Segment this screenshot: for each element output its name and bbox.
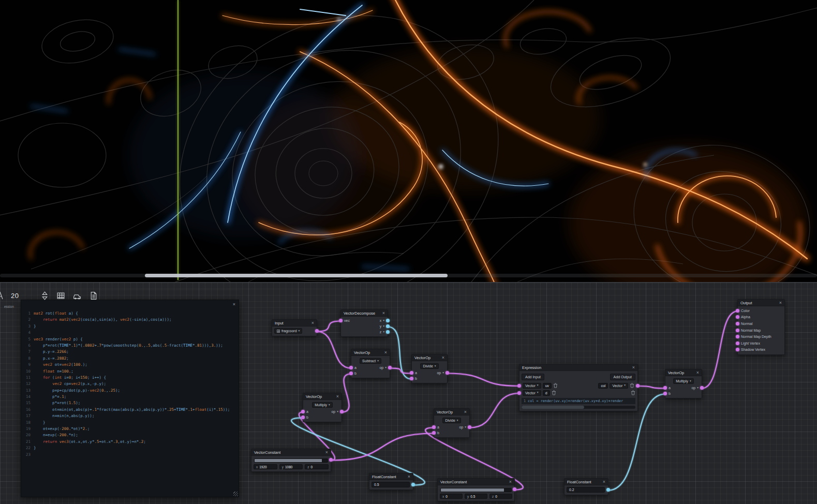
io-name-field[interactable]: d <box>543 390 550 396</box>
uv-pin[interactable] <box>517 384 521 388</box>
out-pin[interactable] <box>329 458 333 462</box>
close-icon[interactable]: × <box>779 300 782 305</box>
component-field[interactable]: z0 <box>305 464 329 469</box>
add-input-button[interactable]: Add Input <box>522 374 544 380</box>
out-pin[interactable] <box>513 487 516 491</box>
x-pin[interactable] <box>386 319 390 322</box>
out-pin[interactable] <box>606 488 610 492</box>
value-slider[interactable] <box>440 488 512 492</box>
alpha-pin[interactable] <box>736 315 739 319</box>
value-field[interactable]: 0.5 <box>372 482 410 487</box>
expr-node[interactable]: Expression×Add InputAdd OutputVector▾uvc… <box>519 364 638 411</box>
value-field[interactable]: 0.2 <box>567 487 605 493</box>
normal-pin[interactable] <box>736 322 739 325</box>
add-output-button[interactable]: Add Output <box>610 374 635 380</box>
shadow-vertex-pin[interactable] <box>736 348 739 351</box>
close-icon[interactable]: × <box>603 479 605 484</box>
grid-icon[interactable] <box>56 291 65 300</box>
output-node[interactable]: Output×ColorAlphaNormalNormal MapNormal … <box>737 299 785 355</box>
normal-map-depth-pin[interactable] <box>736 335 739 338</box>
op-select[interactable]: Multiply▾ <box>312 402 333 408</box>
a-pin[interactable] <box>301 410 305 413</box>
component-field[interactable]: y1080 <box>279 464 303 469</box>
io-type-select[interactable]: Vector▾ <box>523 383 541 389</box>
decompose-node[interactable]: VectorDecompose×vecx▾y▾z▾ <box>340 309 388 337</box>
fc2-node[interactable]: FloatConstant×0.2 <box>564 478 608 495</box>
b-pin[interactable] <box>301 416 305 419</box>
scrollbar-thumb[interactable] <box>522 406 584 409</box>
op-select[interactable]: Subtract▾ <box>360 358 381 364</box>
trash-icon[interactable] <box>552 390 556 395</box>
op-pin[interactable] <box>388 366 392 369</box>
col-pin[interactable] <box>636 384 640 388</box>
out-pin[interactable] <box>315 329 319 333</box>
component-field[interactable]: y0.5 <box>465 494 487 499</box>
op-pin[interactable] <box>468 425 471 429</box>
close-icon[interactable]: × <box>464 409 467 414</box>
close-icon[interactable]: × <box>442 355 444 360</box>
op-pin[interactable] <box>445 371 449 375</box>
input-source-dropdown[interactable]: fragcoord▾ <box>274 328 302 334</box>
a-pin[interactable] <box>432 425 436 429</box>
component-field[interactable]: x1920 <box>254 464 277 469</box>
a-pin[interactable] <box>663 386 667 390</box>
z-pin[interactable] <box>386 330 390 334</box>
b-pin[interactable] <box>432 431 436 435</box>
io-name-field[interactable]: col <box>598 383 608 389</box>
trash-icon[interactable] <box>553 383 558 388</box>
vehicle-icon[interactable] <box>72 291 82 300</box>
trash-icon[interactable] <box>631 390 635 395</box>
mul2-node[interactable]: VectorOp×Multiply▾aop▾b <box>665 369 702 398</box>
io-type-select[interactable]: Vector▾ <box>523 390 541 396</box>
close-icon[interactable]: × <box>632 365 635 370</box>
vec-pin[interactable] <box>339 319 343 322</box>
op-pin[interactable] <box>340 410 344 413</box>
op-select[interactable]: Multiply▾ <box>673 378 694 384</box>
close-icon[interactable]: × <box>696 370 699 375</box>
d-pin[interactable] <box>517 391 521 395</box>
b-pin[interactable] <box>349 372 353 375</box>
div2-node[interactable]: VectorOp×Divide▾aop▾b <box>434 408 470 438</box>
b-pin[interactable] <box>410 377 413 380</box>
out-pin[interactable] <box>411 483 415 486</box>
close-icon[interactable]: × <box>311 320 314 325</box>
sub-node[interactable]: VectorOp×Subtract▾aop▾b <box>351 349 390 378</box>
component-field[interactable]: x0 <box>440 494 463 499</box>
op-select[interactable]: Divide▾ <box>442 418 461 423</box>
vc1-node[interactable]: VectorConstant×x1920y1080z0 <box>251 449 331 472</box>
sort-icon[interactable] <box>40 291 49 300</box>
light-vertex-pin[interactable] <box>736 342 739 345</box>
node-editor-canvas[interactable]: 20 ession × 1mat2 rot(float a) {2 return… <box>0 282 817 504</box>
input-node[interactable]: Input×fragcoord▾ <box>272 319 317 336</box>
value-slider[interactable] <box>254 458 328 463</box>
expression-scrollbar[interactable] <box>522 406 635 409</box>
document-icon[interactable] <box>89 291 98 300</box>
close-icon[interactable]: × <box>408 474 410 479</box>
vc2-node[interactable]: VectorConstant×x0y0.5z0 <box>437 478 515 501</box>
component-field[interactable]: z0 <box>489 494 512 499</box>
close-icon[interactable]: × <box>336 394 339 399</box>
code-panel[interactable]: × 1mat2 rot(float a) {2 return mat2(vec2… <box>21 300 239 497</box>
preview-scrollbar-thumb[interactable] <box>145 274 448 277</box>
op-pin[interactable] <box>700 386 704 390</box>
a-pin[interactable] <box>410 371 413 375</box>
fc1-node[interactable]: FloatConstant×0.5 <box>369 473 413 490</box>
close-icon[interactable]: × <box>233 302 235 307</box>
y-pin[interactable] <box>386 324 390 328</box>
clipped-icon[interactable] <box>0 291 4 300</box>
close-icon[interactable]: × <box>384 350 387 355</box>
io-type-select[interactable]: Vector▾ <box>610 383 628 389</box>
op-select[interactable]: Divide▾ <box>420 363 438 369</box>
b-pin[interactable] <box>663 392 667 395</box>
a-pin[interactable] <box>349 366 353 369</box>
normal-map-pin[interactable] <box>736 329 739 332</box>
io-name-field[interactable]: uv <box>543 383 552 389</box>
trash-icon[interactable] <box>630 383 634 388</box>
resize-grip[interactable] <box>233 492 238 496</box>
div1-node[interactable]: VectorOp×Divide▾aop▾b <box>411 354 448 383</box>
color-pin[interactable] <box>736 309 739 313</box>
close-icon[interactable]: × <box>325 450 328 455</box>
close-icon[interactable]: × <box>509 479 512 484</box>
close-icon[interactable]: × <box>382 310 385 316</box>
mul1-node[interactable]: VectorOp×Multiply▾aop▾b <box>303 393 342 422</box>
